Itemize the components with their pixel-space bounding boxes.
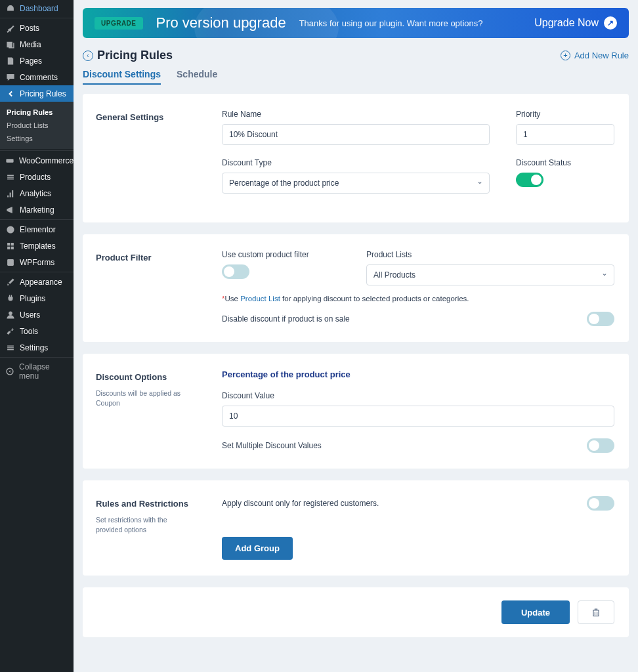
plus-icon: + <box>561 51 570 60</box>
sidebar-item-marketing[interactable]: Marketing <box>0 201 74 218</box>
sidebar-item-collapse[interactable]: Collapse menu <box>0 359 74 384</box>
tab-schedule[interactable]: Schedule <box>177 69 217 85</box>
discount-value-label: Discount Value <box>222 391 614 400</box>
main-content: UPGRADE Pro version upgrade Thanks for u… <box>74 0 638 672</box>
rule-name-label: Rule Name <box>222 110 490 119</box>
sidebar-item-woocommerce[interactable]: WooCommerce <box>0 152 74 169</box>
pin-icon <box>5 23 15 33</box>
external-link-icon: ↗ <box>604 16 617 30</box>
collapse-icon <box>5 367 14 377</box>
card-footer-actions: Update <box>83 587 629 637</box>
sidebar-submenu: Pricing Rules Product Lists Settings <box>0 102 74 149</box>
comment-icon <box>5 72 15 82</box>
back-icon[interactable]: ‹ <box>83 51 93 61</box>
sidebar-item-appearance[interactable]: Appearance <box>0 274 74 290</box>
templates-icon <box>5 241 15 251</box>
apply-registered-toggle[interactable] <box>587 496 614 511</box>
analytics-icon <box>5 188 15 198</box>
sidebar-item-posts[interactable]: Posts <box>0 20 74 36</box>
card-general-settings: General Settings Rule Name Priority Disc… <box>83 94 629 222</box>
wrench-icon <box>5 326 15 336</box>
tab-discount-settings[interactable]: Discount Settings <box>83 69 161 85</box>
card-discount-options: Discount Options Discounts will be appli… <box>83 354 629 469</box>
sidebar-item-templates[interactable]: Templates <box>0 238 74 254</box>
rule-name-input[interactable] <box>222 124 490 145</box>
brush-icon <box>5 277 15 287</box>
sidebar-item-media[interactable]: Media <box>0 36 74 52</box>
sidebar-item-users[interactable]: Users <box>0 306 74 323</box>
delete-button[interactable] <box>578 600 614 624</box>
svg-point-3 <box>9 311 12 315</box>
svg-rect-2 <box>7 259 14 266</box>
page-icon <box>5 56 15 66</box>
disable-on-sale-label: Disable discount if product is on sale <box>222 314 350 324</box>
upgrade-now-button[interactable]: Upgrade Now↗ <box>534 16 617 30</box>
sidebar-item-analytics[interactable]: Analytics <box>0 185 74 201</box>
add-group-button[interactable]: Add Group <box>222 537 293 560</box>
discount-options-subtitle: Percentage of the product price <box>222 369 614 379</box>
elementor-icon <box>5 224 15 234</box>
use-custom-filter-toggle[interactable] <box>222 264 249 279</box>
sidebar-item-tools[interactable]: Tools <box>0 323 74 339</box>
sidebar-item-dashboard[interactable]: Dashboard <box>0 0 74 16</box>
svg-point-1 <box>7 226 14 233</box>
sidebar-item-products[interactable]: Products <box>0 169 74 185</box>
multiple-values-label: Set Multiple Discount Values <box>222 441 322 450</box>
section-title-filter: Product Filter <box>96 253 194 262</box>
product-lists-select[interactable]: All Products <box>366 264 614 285</box>
discount-options-desc: Discounts will be applied as Coupon <box>96 388 194 408</box>
priority-label: Priority <box>516 110 614 119</box>
trash-icon <box>591 607 601 618</box>
sidebar-item-wpforms[interactable]: WPForms <box>0 254 74 270</box>
upgrade-badge: UPGRADE <box>95 17 143 30</box>
sidebar-sub-product-lists[interactable]: Product Lists <box>0 119 74 132</box>
product-list-link[interactable]: Product List <box>240 295 280 303</box>
megaphone-icon <box>5 205 15 215</box>
products-icon <box>5 172 15 182</box>
sidebar-item-comments[interactable]: Comments <box>0 69 74 85</box>
product-lists-label: Product Lists <box>366 250 614 259</box>
rules-desc: Set restrictions with the provided optio… <box>96 515 194 534</box>
media-icon <box>5 39 15 49</box>
filter-note: *Use Product List for applying discount … <box>222 295 614 303</box>
priority-input[interactable] <box>516 124 614 145</box>
disable-on-sale-toggle[interactable] <box>587 312 614 326</box>
user-icon <box>5 310 15 320</box>
card-product-filter: Product Filter Use custom product filter… <box>83 234 629 342</box>
upgrade-banner[interactable]: UPGRADE Pro version upgrade Thanks for u… <box>83 8 629 38</box>
page-title: Pricing Rules <box>97 49 173 62</box>
add-new-rule-button[interactable]: + Add New Rule <box>561 51 629 60</box>
woocommerce-icon <box>5 156 14 165</box>
card-rules-restrictions: Rules and Restrictions Set restrictions … <box>83 480 629 576</box>
sidebar-sub-settings[interactable]: Settings <box>0 132 74 145</box>
section-title-rules: Rules and Restrictions <box>96 499 194 509</box>
sliders-icon <box>5 343 15 352</box>
tab-bar: Discount Settings Schedule <box>83 69 629 85</box>
banner-title: Pro version upgrade <box>156 14 286 32</box>
discount-type-label: Discount Type <box>222 158 490 167</box>
sidebar-item-plugins[interactable]: Plugins <box>0 290 74 306</box>
update-button[interactable]: Update <box>501 600 570 624</box>
sidebar-item-elementor[interactable]: Elementor <box>0 221 74 238</box>
svg-rect-0 <box>6 159 13 163</box>
sidebar-sub-pricing-rules[interactable]: Pricing Rules <box>0 106 74 119</box>
apply-registered-label: Apply discount only for registered custo… <box>222 499 379 508</box>
sidebar-item-settings[interactable]: Settings <box>0 339 74 356</box>
section-title-general: General Settings <box>96 112 194 122</box>
chevron-left-icon <box>5 89 15 98</box>
gauge-icon <box>5 3 15 13</box>
multiple-values-toggle[interactable] <box>587 438 614 453</box>
plug-icon <box>5 293 15 303</box>
discount-status-toggle[interactable] <box>516 173 543 187</box>
sidebar-item-pages[interactable]: Pages <box>0 52 74 69</box>
sidebar-item-pricing-rules[interactable]: Pricing Rules <box>0 85 74 102</box>
discount-status-label: Discount Status <box>516 158 614 167</box>
discount-type-select[interactable]: Percentage of the product price <box>222 173 490 194</box>
wpforms-icon <box>5 257 15 267</box>
use-custom-filter-label: Use custom product filter <box>222 250 340 259</box>
banner-subtitle: Thanks for using our plugin. Want more o… <box>299 18 522 28</box>
discount-value-input[interactable] <box>222 406 614 427</box>
section-title-discount-options: Discount Options <box>96 372 194 382</box>
admin-sidebar: Dashboard Posts Media Pages Comments Pri… <box>0 0 74 672</box>
